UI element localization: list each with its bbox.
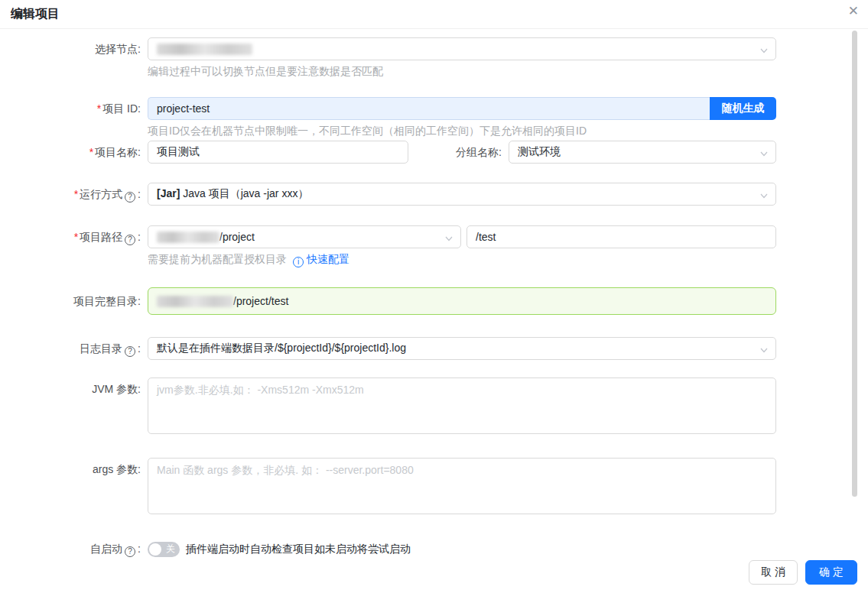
required-mark: * <box>89 146 93 158</box>
form-row-full-dir: 项目完整目录: /project/test <box>0 287 868 315</box>
dialog-footer: 取 消 确 定 <box>0 557 868 593</box>
full-dir-value-box: /project/test <box>148 287 776 315</box>
run-mode-value: Java 项目（java -jar xxx） <box>180 187 308 199</box>
run-mode-select[interactable]: [Jar] Java 项目（java -jar xxx） <box>148 183 776 206</box>
node-label: 选择节点: <box>0 37 148 60</box>
form-row-auto-start: 自启动?: 关 插件端启动时自动检查项目如未启动将尝试启动 <box>0 541 868 557</box>
node-select[interactable] <box>148 37 776 60</box>
chevron-down-icon <box>759 148 769 160</box>
node-help-text: 编辑过程中可以切换节点但是要注意数据是否匹配 <box>148 64 776 79</box>
project-path-help-text: 需要提前为机器配置授权目录 <box>148 253 287 265</box>
chevron-down-icon <box>759 45 769 57</box>
random-generate-button[interactable]: 随机生成 <box>710 97 776 120</box>
auto-start-desc: 插件端启动时自动检查项目如未启动将尝试启动 <box>186 541 411 557</box>
jvm-args-textarea[interactable] <box>148 378 776 434</box>
cancel-button[interactable]: 取 消 <box>749 560 798 585</box>
required-mark: * <box>74 188 78 200</box>
required-mark: * <box>74 231 78 243</box>
full-dir-label: 项目完整目录: <box>0 287 148 315</box>
args-label: args 参数: <box>0 458 148 481</box>
log-dir-value: 默认是在插件端数据目录/${projectId}/${projectId}.lo… <box>157 342 406 355</box>
toggle-knob <box>149 543 161 556</box>
toggle-state-label: 关 <box>166 543 175 556</box>
auto-start-label: 自启动?: <box>0 541 148 557</box>
log-dir-label: 日志目录?: <box>0 337 148 360</box>
project-path-select-value: /project <box>219 231 255 243</box>
group-name-value: 测试环境 <box>518 145 561 159</box>
question-circle-icon[interactable]: ? <box>125 346 135 357</box>
project-path-help: 需要提前为机器配置授权目录i快速配置 <box>148 252 776 267</box>
form-row-project-id: *项目 ID: 随机生成 项目ID仅会在机器节点中限制唯一，不同工作空间（相同的… <box>0 97 868 138</box>
quick-config-link[interactable]: 快速配置 <box>307 253 349 265</box>
run-mode-value-bold: [Jar] <box>157 187 180 199</box>
chevron-down-icon <box>444 233 454 245</box>
question-circle-icon[interactable]: ? <box>125 235 135 245</box>
group-name-select[interactable]: 测试环境 <box>509 141 776 164</box>
args-textarea[interactable] <box>148 458 776 514</box>
group-name-label: 分组名称: <box>408 141 509 164</box>
scrollbar-thumb[interactable] <box>852 31 857 497</box>
required-mark: * <box>97 102 101 115</box>
project-id-label: *项目 ID: <box>0 97 148 120</box>
question-circle-icon[interactable]: ? <box>125 546 135 557</box>
auto-start-toggle[interactable]: 关 <box>148 542 180 557</box>
redacted-full-dir-prefix <box>157 296 233 307</box>
project-path-select[interactable]: /project <box>148 225 461 248</box>
form-row-run-mode: *运行方式?: [Jar] Java 项目（java -jar xxx） <box>0 183 868 206</box>
question-circle-icon[interactable]: ? <box>125 192 135 203</box>
jvm-label: JVM 参数: <box>0 378 148 400</box>
redacted-node-value <box>157 44 252 55</box>
project-id-help-text: 项目ID仅会在机器节点中限制唯一，不同工作空间（相同的工作空间）下是允许相同的项… <box>148 124 776 138</box>
project-id-input[interactable] <box>148 97 710 120</box>
form-row-name-group: *项目名称: 分组名称: 测试环境 <box>0 141 868 164</box>
run-mode-label: *运行方式?: <box>0 183 148 206</box>
close-icon[interactable]: ✕ <box>848 5 859 18</box>
chevron-down-icon <box>759 190 769 203</box>
dialog-header: 编辑项目 ✕ <box>0 0 868 29</box>
project-path-input[interactable] <box>467 225 776 248</box>
chevron-down-icon <box>759 345 769 357</box>
redacted-path-prefix <box>157 232 219 243</box>
dialog-title: 编辑项目 <box>11 7 60 20</box>
form-row-node: 选择节点: 编辑过程中可以切换节点但是要注意数据是否匹配 <box>0 37 868 79</box>
info-circle-icon: i <box>293 257 304 267</box>
project-name-label: *项目名称: <box>0 141 148 164</box>
form-row-jvm: JVM 参数: <box>0 378 868 436</box>
confirm-button[interactable]: 确 定 <box>805 560 857 585</box>
form-row-project-path: *项目路径?: /project 需要提前为机器配置授权目录i快速配置 <box>0 225 868 267</box>
project-path-label: *项目路径?: <box>0 225 148 248</box>
full-dir-value: /project/test <box>233 295 288 307</box>
dialog-body: 选择节点: 编辑过程中可以切换节点但是要注意数据是否匹配 *项目 ID: 随机生… <box>0 29 868 557</box>
edit-project-dialog: 编辑项目 ✕ 选择节点: 编辑过程中可以切换节点但是要注意数据是否匹配 *项目 … <box>0 0 868 593</box>
form-row-args: args 参数: <box>0 458 868 517</box>
log-dir-select[interactable]: 默认是在插件端数据目录/${projectId}/${projectId}.lo… <box>148 337 776 360</box>
project-name-input[interactable] <box>148 141 408 164</box>
form-row-log-dir: 日志目录?: 默认是在插件端数据目录/${projectId}/${projec… <box>0 337 868 360</box>
